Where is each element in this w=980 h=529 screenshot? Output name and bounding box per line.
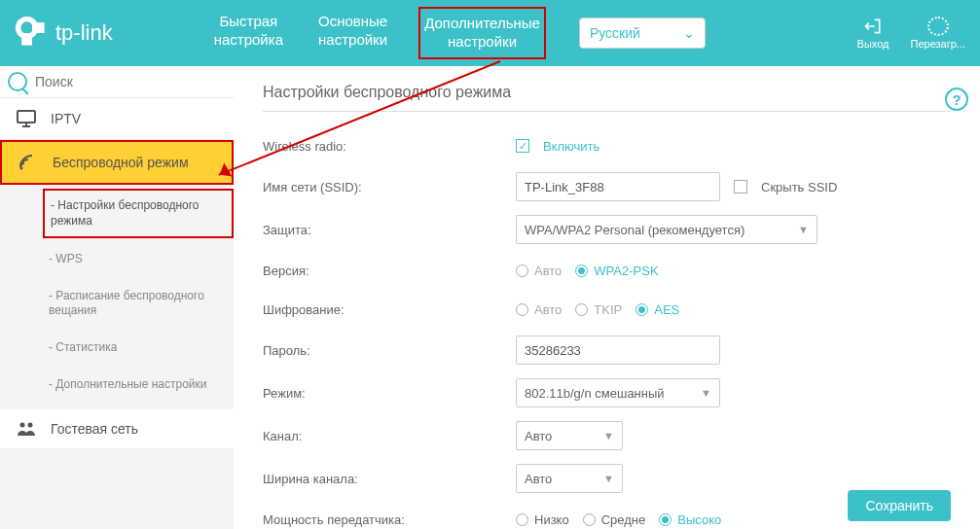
sub-item-wps[interactable]: - WPS [43, 244, 234, 275]
label-encryption: Шифрование: [263, 302, 516, 317]
radio-enc-tkip[interactable]: TKIP [575, 302, 622, 317]
label-ssid: Имя сети (SSID): [263, 180, 516, 194]
svg-point-8 [28, 423, 33, 428]
language-selector[interactable]: Русский ⌄ [579, 18, 706, 49]
reboot-button[interactable]: Перезагр... [911, 17, 965, 50]
hide-ssid-label: Скрыть SSID [761, 180, 837, 194]
radio-enc-aes[interactable]: AES [635, 302, 679, 317]
chevron-down-icon: ▼ [603, 473, 614, 484]
label-password: Пароль: [263, 343, 516, 358]
nav-quick-setup[interactable]: Быстраянастройка [210, 7, 287, 59]
wifi-icon [16, 154, 41, 171]
sidebar-label-iptv: IPTV [51, 111, 81, 126]
svg-point-7 [20, 423, 25, 428]
checkbox-enable-radio[interactable]: ✓ [516, 139, 529, 153]
save-button[interactable]: Сохранить [848, 490, 951, 521]
logout-icon [862, 17, 884, 36]
channel-select[interactable]: Авто ▼ [516, 421, 623, 450]
label-txpower: Мощность передатчика: [263, 512, 516, 527]
label-mode: Режим: [263, 386, 516, 401]
search-box[interactable] [0, 66, 234, 98]
radio-version-wpa2psk[interactable]: WPA2-PSK [575, 264, 658, 278]
tplink-logo-icon [15, 16, 50, 51]
radio-txpower-mid[interactable]: Средне [583, 512, 646, 527]
sidebar-label-wireless: Беспроводной режим [53, 155, 189, 170]
sub-item-wireless-settings[interactable]: - Настройки беспроводного режима [43, 189, 234, 238]
radio-txpower-high[interactable]: Высоко [659, 512, 721, 527]
ssid-input[interactable] [516, 172, 720, 201]
svg-point-6 [20, 167, 23, 170]
sidebar: IPTV Беспроводной режим - Настройки бесп… [0, 66, 234, 529]
sub-item-schedule[interactable]: - Расписание беспроводного вещания [43, 281, 234, 327]
checkbox-hide-ssid[interactable] [734, 180, 747, 194]
brand-logo: tp-link [15, 16, 113, 51]
security-select[interactable]: WPA/WPA2 Personal (рекомендуется) ▼ [516, 215, 817, 244]
svg-rect-3 [18, 111, 35, 123]
reboot-icon [927, 17, 949, 36]
label-version: Версия: [263, 264, 516, 278]
sub-item-statistics[interactable]: - Статистика [43, 333, 234, 364]
page-title: Настройки беспроводного режима [263, 84, 951, 112]
svg-rect-1 [21, 33, 32, 46]
nav-basic[interactable]: Основныенастройки [314, 7, 391, 59]
svg-rect-2 [32, 22, 45, 33]
label-channel: Канал: [263, 429, 516, 443]
sidebar-item-wireless[interactable]: Беспроводной режим [0, 140, 234, 185]
chevron-down-icon: ⌄ [683, 25, 695, 41]
label-security: Защита: [263, 223, 516, 237]
chevron-down-icon: ▼ [603, 430, 614, 441]
enable-label: Включить [543, 139, 599, 154]
search-icon [8, 72, 27, 91]
sidebar-label-guest: Гостевая сеть [51, 421, 138, 437]
radio-version-auto[interactable]: Авто [516, 264, 562, 278]
guests-icon [14, 421, 39, 437]
chevron-down-icon: ▼ [701, 387, 711, 399]
sub-item-advanced[interactable]: - Дополнительные настройки [43, 370, 234, 401]
mode-select[interactable]: 802.11b/g/n смешанный ▼ [516, 378, 720, 407]
width-select[interactable]: Авто ▼ [516, 464, 623, 493]
chevron-down-icon: ▼ [798, 224, 809, 235]
radio-txpower-low[interactable]: Низко [516, 512, 569, 527]
monitor-icon [14, 110, 39, 127]
sidebar-item-iptv[interactable]: IPTV [0, 98, 234, 140]
password-input[interactable] [516, 335, 720, 365]
sidebar-item-guest[interactable]: Гостевая сеть [0, 409, 234, 449]
nav-advanced[interactable]: Дополнительныенастройки [418, 7, 546, 59]
logout-button[interactable]: Выход [857, 17, 889, 50]
label-width: Ширина канала: [263, 472, 516, 486]
help-icon[interactable]: ? [945, 88, 968, 111]
brand-text: tp-link [55, 20, 113, 46]
search-input[interactable] [35, 74, 226, 89]
radio-enc-auto[interactable]: Авто [516, 302, 562, 317]
